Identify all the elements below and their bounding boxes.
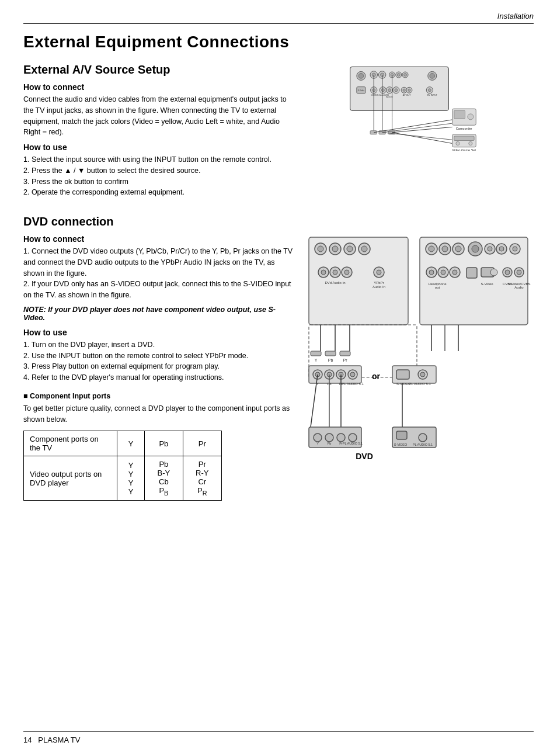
svg-point-81 (429, 246, 434, 252)
row1-col3: Pr (183, 431, 221, 456)
external-av-diagram: S-Video CVBS S-Video/CVBS Audio In AV O (306, 63, 534, 203)
svg-rect-117 (311, 351, 321, 356)
page-title: External Equipment Connections (23, 33, 534, 51)
page-number: 14 PLASMA TV (23, 736, 80, 744)
svg-point-23 (388, 89, 391, 92)
step-1: 1. Select the input source with using th… (23, 154, 294, 165)
external-av-left: External A/V Source Setup How to connect… (23, 63, 306, 203)
svg-point-131 (350, 372, 355, 377)
top-diagram-container: S-Video CVBS S-Video/CVBS Audio In AV O (306, 63, 522, 203)
svg-point-87 (472, 245, 479, 252)
svg-text:DVD: DVD (356, 452, 373, 461)
svg-line-53 (392, 133, 452, 144)
svg-text:AV OUT: AV OUT (403, 94, 411, 96)
svg-point-56 (456, 141, 459, 145)
svg-point-151 (325, 434, 333, 442)
svg-point-153 (349, 434, 357, 442)
svg-point-97 (441, 270, 445, 275)
svg-text:BV  INPUT: BV INPUT (427, 94, 438, 96)
dvd-diagram-svg: DVd Audio In YPbPr Audio In (306, 234, 534, 468)
row2-col2: PbB-YCbPB (145, 456, 183, 501)
dvd-section: DVD connection How to connect 1. Connect… (23, 215, 534, 501)
svg-point-93 (513, 247, 517, 251)
dvd-step-4: 4. Refer to the DVD player's manual for … (23, 372, 294, 383)
svg-point-12 (404, 74, 407, 77)
dvd-section-block: How to connect 1. Connect the DVD video … (23, 234, 534, 501)
dvd-step-1: 1. Turn on the DVD player, insert a DVD. (23, 339, 294, 351)
svg-point-2 (358, 74, 364, 79)
dvd-note: NOTE: If your DVD player does not have c… (23, 306, 294, 322)
svg-point-106 (517, 270, 521, 275)
svg-text:Audio In: Audio In (373, 285, 385, 289)
step-2: 2. Press the ▲ / ▼ button to select the … (23, 165, 294, 176)
svg-point-75 (377, 270, 381, 275)
svg-text:Camcorder: Camcorder (456, 127, 472, 130)
row2-col3: PrR-YCrPR (183, 456, 221, 501)
page: Installation External Equipment Connecti… (0, 0, 557, 756)
svg-point-140 (420, 372, 425, 377)
svg-point-69 (321, 270, 326, 275)
svg-point-30 (403, 89, 405, 91)
svg-text:Video Game Set: Video Game Set (452, 148, 476, 151)
svg-text:Y: Y (316, 442, 319, 445)
svg-text:S-Video: S-Video (481, 282, 493, 286)
row1-label: Component ports on the TV (24, 431, 117, 456)
svg-point-83 (442, 246, 448, 252)
svg-text:PL AUDIO 5.1: PL AUDIO 5.1 (343, 442, 363, 445)
svg-text:S-Video: S-Video (358, 89, 364, 92)
svg-rect-49 (454, 110, 465, 119)
svg-point-71 (333, 270, 337, 275)
dvd-how-to-connect-title: How to connect (23, 234, 294, 244)
svg-point-85 (455, 246, 461, 252)
svg-point-73 (344, 270, 349, 275)
external-av-section: External A/V Source Setup How to connect… (23, 63, 534, 203)
dvd-left: How to connect 1. Connect the DVD video … (23, 234, 306, 501)
svg-rect-42 (370, 131, 377, 134)
svg-point-21 (381, 89, 384, 92)
svg-rect-119 (340, 351, 350, 356)
svg-point-14 (430, 74, 435, 79)
svg-point-25 (395, 89, 398, 92)
svg-text:PL AUDIO 5.1: PL AUDIO 5.1 (342, 382, 364, 386)
svg-point-67 (361, 246, 367, 252)
section-label: Installation (23, 12, 534, 20)
dvd-how-to-connect-text: 1. Connect the DVD video outputs (Y, Pb/… (23, 246, 294, 301)
svg-point-89 (488, 247, 492, 251)
svg-text:Pb: Pb (328, 442, 332, 445)
external-av-title: External A/V Source Setup (23, 63, 294, 77)
table-row-1: Component ports on the TV Y Pb Pr (24, 431, 222, 456)
svg-point-102 (490, 269, 497, 276)
svg-text:Audio: Audio (514, 286, 524, 289)
svg-point-10 (397, 74, 400, 77)
svg-point-65 (347, 246, 353, 252)
row1-col2: Pb (145, 431, 183, 456)
how-to-connect-title: How to connect (23, 82, 294, 92)
step-4: 2. Operate the corresponding external eq… (23, 187, 294, 198)
svg-point-63 (332, 246, 338, 252)
svg-point-61 (318, 246, 323, 252)
dvd-diagram: DVd Audio In YPbPr Audio In (306, 234, 534, 501)
how-to-use-title: How to use (23, 143, 294, 152)
svg-line-52 (382, 133, 452, 140)
how-to-use-steps: 1. Select the input source with using th… (23, 154, 294, 198)
row2-col1: YYYY (117, 456, 145, 501)
svg-point-95 (429, 270, 434, 275)
svg-text:DVd Audio In: DVd Audio In (325, 281, 345, 285)
svg-point-152 (337, 434, 345, 442)
bottom-bar: 14 PLASMA TV (23, 731, 534, 744)
top-divider (23, 23, 534, 24)
component-table-section: Component Input ports To get better pict… (23, 392, 294, 501)
dvd-step-2: 2. Use the INPUT button on the remote co… (23, 351, 294, 362)
svg-point-99 (452, 270, 457, 275)
svg-point-35 (428, 89, 431, 92)
svg-rect-100 (467, 268, 477, 278)
svg-point-104 (505, 270, 510, 275)
component-input-label: Component Input ports (23, 392, 294, 400)
sub-b: B (164, 490, 168, 497)
svg-point-32 (408, 89, 410, 91)
svg-text:out: out (435, 286, 440, 289)
svg-text:or: or (372, 372, 381, 381)
svg-text:PL AUDIO 5.1: PL AUDIO 5.1 (409, 382, 431, 386)
dvd-step-3: 3. Press Play button on external equipme… (23, 361, 294, 372)
svg-text:Pr: Pr (343, 358, 348, 362)
